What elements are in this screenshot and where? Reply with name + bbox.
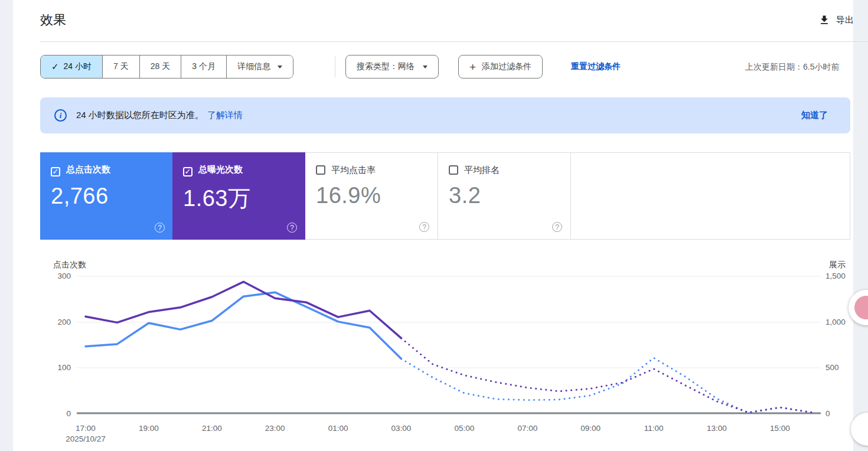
date-chip-label: 28 天 [151, 61, 170, 72]
metric-value: 3.2 [449, 183, 560, 208]
metric-value: 2,766 [51, 184, 162, 209]
metric-label: 总曝光次数 [198, 164, 243, 174]
plus-icon: + [469, 61, 476, 73]
metric-card-1[interactable]: ✓总曝光次数1.63万? [172, 152, 305, 240]
x-axis-tick: 05:00 [443, 424, 485, 433]
header-divider [40, 41, 868, 42]
detail-chip[interactable]: 详细信息 [227, 55, 293, 78]
date-chip-label: 7 天 [113, 61, 129, 72]
export-button[interactable]: 导出 [818, 12, 854, 28]
date-chip-1[interactable]: 7 天 [103, 55, 140, 78]
x-axis-tick: 07:00 [507, 424, 548, 433]
export-label: 导出 [836, 15, 854, 26]
help-icon[interactable]: ? [287, 223, 297, 233]
check-icon: ✓ [51, 61, 59, 72]
banner-text: 24 小时数据以您所在时区为准。了解详情 [76, 110, 243, 121]
date-chip-0[interactable]: ✓24 小时 [41, 55, 103, 78]
search-type-label: 搜索类型：网络 [357, 61, 415, 72]
left-axis-tick: 0 [35, 409, 71, 418]
info-banner: i 24 小时数据以您所在时区为准。了解详情 知道了 [40, 97, 850, 133]
help-icon[interactable]: ? [155, 223, 165, 233]
info-icon: i [54, 109, 67, 122]
cards-row-spacer [571, 153, 850, 239]
left-axis-tick: 300 [35, 272, 71, 280]
help-icon[interactable]: ? [419, 222, 429, 232]
page-title: 效果 [40, 11, 66, 29]
banner-dismiss-button[interactable]: 知道了 [793, 105, 836, 126]
x-axis-tick: 23:00 [254, 424, 296, 433]
right-axis-tick: 1,500 [825, 272, 861, 280]
x-axis-tick: 15:00 [759, 424, 801, 433]
x-axis-tick: 19:00 [128, 424, 169, 433]
last-updated-text: 上次更新日期：6.5小时前 [745, 62, 839, 73]
download-icon [818, 14, 830, 26]
checkbox-unchecked-icon[interactable] [449, 165, 458, 175]
search-type-chip[interactable]: 搜索类型：网络 [345, 55, 439, 79]
x-axis-first-date: 2025/10/27 [59, 434, 112, 443]
date-chip-2[interactable]: 28 天 [140, 55, 181, 78]
date-range-chip-group: ✓24 小时7 天28 天3 个月详细信息 [40, 55, 293, 79]
date-chip-3[interactable]: 3 个月 [181, 55, 227, 78]
date-chip-label: 3 个月 [192, 61, 216, 72]
metric-value: 16.9% [316, 183, 427, 208]
x-axis-tick: 13:00 [696, 424, 738, 433]
x-axis-tick: 03:00 [381, 424, 422, 433]
x-axis-tick: 21:00 [191, 424, 233, 433]
add-filter-chip[interactable]: + 添加过滤条件 [458, 55, 543, 79]
left-axis-title: 点击次数 [53, 260, 86, 270]
checkbox-checked-icon[interactable]: ✓ [51, 167, 60, 177]
right-axis-tick: 500 [825, 363, 861, 372]
x-axis-tick: 01:00 [318, 424, 359, 433]
reset-filters-link[interactable]: 重置过滤条件 [571, 55, 621, 79]
x-axis-tick: 17:00 [65, 424, 106, 433]
feedback-icon [854, 296, 868, 319]
date-chip-label: 24 小时 [64, 61, 92, 72]
x-axis-tick: 11:00 [633, 424, 674, 433]
metric-label: 平均排名 [464, 165, 500, 175]
detail-chip-label: 详细信息 [237, 61, 270, 72]
metric-card-0[interactable]: ✓总点击次数2,766? [40, 152, 173, 240]
left-axis-tick: 100 [35, 363, 71, 372]
metric-value: 1.63万 [183, 184, 295, 214]
toolbar-separator [335, 56, 335, 77]
help-icon[interactable]: ? [552, 222, 562, 232]
metric-label: 总点击次数 [66, 164, 110, 174]
learn-more-link[interactable]: 了解详情 [207, 110, 243, 120]
metric-card-3[interactable]: 平均排名3.2? [438, 153, 571, 239]
chevron-down-icon [278, 66, 282, 68]
metric-card-2[interactable]: 平均点击率16.9%? [305, 153, 438, 239]
checkbox-checked-icon[interactable]: ✓ [183, 167, 192, 177]
add-filter-label: 添加过滤条件 [482, 61, 531, 72]
left-axis-tick: 200 [35, 318, 71, 326]
right-axis-title: 展示 [829, 260, 846, 270]
chevron-down-icon [423, 66, 428, 68]
metric-label: 平均点击率 [331, 165, 376, 175]
x-axis-tick: 09:00 [570, 424, 611, 433]
metric-cards-row: ✓总点击次数2,766?✓总曝光次数1.63万?平均点击率16.9%?平均排名3… [40, 152, 850, 240]
checkbox-unchecked-icon[interactable] [316, 165, 325, 175]
